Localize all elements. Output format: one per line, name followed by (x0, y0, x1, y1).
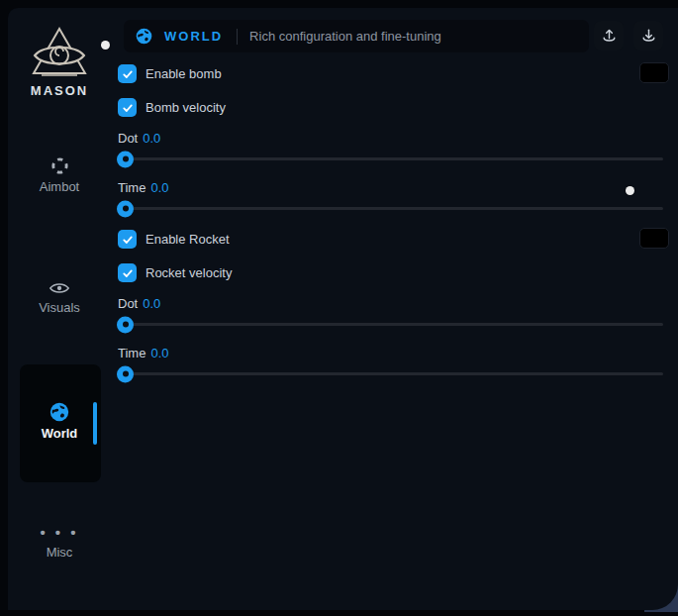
section-header: WORLD Rich configuration and fine-tuning (124, 20, 589, 52)
sidebar-item-misc[interactable]: • • • Misc (8, 528, 111, 560)
upload-icon (601, 28, 618, 45)
globe-icon (136, 28, 152, 45)
app-window: MASON Aimbot Visuals World (0, 0, 678, 616)
enable-rocket-checkbox[interactable] (118, 230, 137, 249)
slider-label: Dot0.0 (118, 296, 669, 311)
brand-name: MASON (8, 83, 111, 98)
ellipsis-icon: • • • (8, 528, 111, 538)
section-title: WORLD (164, 29, 223, 44)
download-icon (640, 28, 657, 45)
slider-row: Time0.0 (118, 180, 669, 195)
bomb-velocity-checkbox[interactable] (118, 98, 137, 117)
checkbox-label: Enable Rocket (145, 232, 230, 247)
rocket-velocity-checkbox[interactable] (118, 263, 137, 282)
checkbox-row: Bomb velocity (118, 98, 669, 117)
slider-value: 0.0 (143, 131, 160, 146)
slider-value: 0.0 (150, 180, 168, 195)
checkbox-label: Rocket velocity (145, 265, 232, 280)
enable-bomb-checkbox[interactable] (118, 64, 137, 83)
sidebar-item-aimbot[interactable]: Aimbot (8, 156, 111, 194)
slider-row: Dot0.0 (118, 131, 669, 146)
slider-name: Dot (118, 296, 138, 311)
section-subtitle: Rich configuration and fine-tuning (249, 29, 441, 44)
header-divider (237, 29, 238, 45)
checkbox-row: Enable Rocket (118, 230, 669, 249)
sidebar-item-world[interactable]: World (8, 402, 111, 441)
slider-name: Time (118, 180, 145, 195)
checkbox-label: Bomb velocity (145, 100, 226, 115)
slider-name: Time (118, 346, 145, 360)
download-config-button[interactable] (633, 21, 663, 51)
globe-icon (49, 402, 69, 422)
eye-icon (49, 280, 69, 296)
slider-row: Time0.0 (118, 346, 669, 360)
sidebar-item-label: Visuals (8, 300, 111, 315)
cursor-dot (626, 186, 634, 195)
checkbox-row: Enable bomb (118, 64, 669, 83)
checkbox-label: Enable bomb (145, 66, 222, 81)
sidebar-item-label: World (8, 426, 111, 441)
sidebar-item-visuals[interactable]: Visuals (8, 280, 111, 315)
check-icon (122, 267, 134, 279)
checkbox-row: Rocket velocity (118, 263, 669, 282)
slider-handle[interactable] (117, 365, 134, 382)
cursor-dot (101, 41, 110, 50)
slider-handle[interactable] (117, 200, 134, 217)
crosshair-icon (50, 156, 69, 175)
slider-handle[interactable] (117, 316, 134, 333)
rocket-time-slider-track[interactable] (118, 372, 663, 375)
check-icon (122, 234, 134, 246)
sidebar-item-label: Misc (8, 545, 111, 560)
rocket-dot-slider-track[interactable] (118, 323, 663, 326)
slider-value: 0.0 (150, 346, 168, 360)
bomb-color-swatch[interactable] (639, 62, 669, 83)
slider-label: Dot0.0 (118, 131, 669, 146)
slider-row: Dot0.0 (118, 296, 669, 311)
upload-config-button[interactable] (594, 21, 624, 51)
bomb-dot-slider-track[interactable] (118, 157, 663, 160)
masonic-eye-triangle-icon (30, 26, 89, 79)
sidebar-item-label: Aimbot (8, 179, 111, 194)
bomb-time-slider-track[interactable] (118, 207, 663, 210)
check-icon (122, 68, 134, 80)
slider-label: Time0.0 (118, 346, 669, 360)
slider-handle[interactable] (117, 151, 134, 167)
slider-value: 0.0 (143, 296, 160, 311)
slider-name: Dot (118, 131, 138, 146)
rocket-color-swatch[interactable] (639, 228, 669, 249)
menu-panel: MASON Aimbot Visuals World (8, 8, 678, 610)
slider-label: Time0.0 (118, 180, 669, 195)
check-icon (122, 102, 134, 114)
